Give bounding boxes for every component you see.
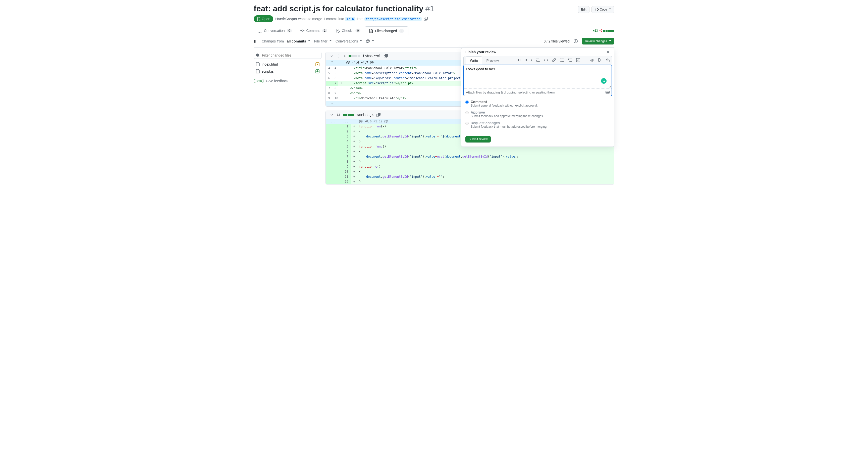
modified-icon	[315, 62, 319, 66]
info-icon[interactable]	[574, 39, 578, 43]
tab-conversation[interactable]: Conversation 0	[254, 26, 296, 35]
diff-line[interactable]: 12+}	[326, 179, 614, 184]
added-icon	[315, 69, 319, 74]
diff-line[interactable]: 8+}	[326, 159, 614, 164]
markdown-icon[interactable]	[606, 90, 610, 94]
tab-files-changed[interactable]: Files changed 2	[365, 26, 408, 35]
unordered-list-icon[interactable]	[560, 58, 564, 63]
file-tree-item[interactable]: index.html	[254, 61, 321, 68]
diff-line[interactable]: 6+{	[326, 149, 614, 154]
checklist-icon	[336, 29, 340, 33]
files-viewed-text: 0 / 2 files viewed	[544, 39, 569, 43]
close-icon[interactable]	[606, 50, 610, 54]
diff-line[interactable]: 10+{	[326, 169, 614, 174]
code-icon[interactable]	[544, 58, 548, 63]
preview-tab[interactable]: Preview	[482, 57, 503, 65]
review-changes-button[interactable]: Review changes	[582, 38, 614, 45]
collapse-toggle[interactable]	[330, 54, 334, 58]
base-branch[interactable]: main	[345, 17, 355, 21]
diffstat-blocks	[349, 55, 360, 57]
popup-title: Finish your review	[465, 50, 496, 54]
cross-reference-icon[interactable]	[598, 58, 602, 63]
diffstat: +13 −0	[593, 29, 614, 32]
collapse-toggle[interactable]	[330, 113, 334, 117]
edit-button[interactable]: Edit	[578, 6, 590, 13]
tasklist-icon[interactable]	[576, 58, 580, 63]
beta-badge: Beta	[254, 79, 264, 83]
copy-icon[interactable]	[384, 54, 388, 58]
diff-line[interactable]: 9+function c()	[326, 164, 614, 169]
copy-icon[interactable]	[376, 113, 380, 117]
expand-all-icon[interactable]	[337, 54, 341, 58]
link-icon[interactable]	[552, 58, 556, 63]
diff-toolbar: Changes from all commits File filter Con…	[254, 35, 614, 48]
svg-point-1	[317, 64, 318, 65]
review-comment-textarea[interactable]	[464, 65, 612, 88]
file-filter-dropdown[interactable]: File filter	[314, 39, 332, 43]
file-name[interactable]: script.js	[357, 113, 373, 117]
diff-area: 1 index.html @@ -4,6 +4,7 @@44 <title>Mo…	[326, 52, 614, 188]
chevron-down-icon	[330, 54, 334, 58]
comment-discussion-icon	[258, 29, 262, 33]
diffstat-blocks	[343, 114, 354, 116]
code-icon	[595, 7, 599, 11]
tab-checks[interactable]: Checks 0	[332, 26, 365, 35]
search-icon	[256, 53, 260, 57]
diff-line[interactable]: 11+ document.getElementById('input').val…	[326, 174, 614, 179]
pr-header: feat: add script.js for calculator funct…	[254, 4, 614, 22]
tab-commits[interactable]: Commits 1	[296, 26, 332, 35]
italic-icon[interactable]: I	[531, 58, 532, 63]
chevron-down-icon	[330, 113, 334, 117]
file-tree-item[interactable]: script.js	[254, 68, 321, 75]
git-commit-icon	[300, 29, 304, 33]
mention-icon[interactable]: @	[590, 58, 594, 63]
sidebar-toggle-icon[interactable]	[254, 39, 258, 43]
review-option-request-changes: Request changes Submit feedback that mus…	[465, 119, 610, 130]
state-badge: Open	[254, 15, 273, 22]
reply-icon[interactable]	[606, 58, 610, 63]
head-branch[interactable]: feat/javascript-implementation	[365, 17, 422, 21]
file-tree-sidebar: index.html script.js Beta Give feedback	[254, 52, 321, 188]
filter-files-input[interactable]	[254, 52, 321, 59]
file-icon	[256, 69, 260, 74]
bold-icon[interactable]: B	[524, 58, 527, 63]
conversations-dropdown[interactable]: Conversations	[336, 39, 362, 43]
review-option-approve: Approve Submit feedback and approve merg…	[465, 109, 610, 119]
write-tab[interactable]: Write	[466, 56, 482, 65]
give-feedback-link[interactable]: Give feedback	[266, 79, 288, 83]
pr-author[interactable]: HarshCasper	[275, 17, 297, 21]
review-option-comment[interactable]: Comment Submit general feedback without …	[465, 98, 610, 109]
quote-icon[interactable]	[536, 58, 540, 63]
pr-tabs: Conversation 0 Commits 1 Checks 0 Files …	[254, 26, 614, 35]
heading-icon[interactable]: H	[518, 58, 520, 63]
review-popup: Finish your review Write Preview H B I	[461, 48, 614, 147]
copy-icon[interactable]	[424, 17, 428, 21]
settings-dropdown[interactable]	[366, 39, 374, 43]
pr-title: feat: add script.js for calculator funct…	[254, 4, 614, 13]
file-diff-icon	[369, 29, 373, 33]
file-name[interactable]: index.html	[363, 54, 381, 58]
changes-from-dropdown[interactable]: Changes from all commits	[262, 39, 310, 43]
code-button[interactable]: Code	[591, 6, 614, 13]
pr-number: #1	[426, 4, 434, 13]
grammarly-icon[interactable]: G	[601, 78, 607, 84]
git-pull-request-icon	[257, 17, 261, 21]
ordered-list-icon[interactable]	[568, 58, 572, 63]
attach-hint-text[interactable]: Attach files by dragging & dropping, sel…	[466, 90, 556, 94]
diff-line[interactable]: 7+ document.getElementById('input').valu…	[326, 154, 614, 159]
file-icon	[256, 62, 260, 66]
gear-icon	[366, 39, 370, 43]
submit-review-button[interactable]: Submit review	[465, 136, 491, 143]
